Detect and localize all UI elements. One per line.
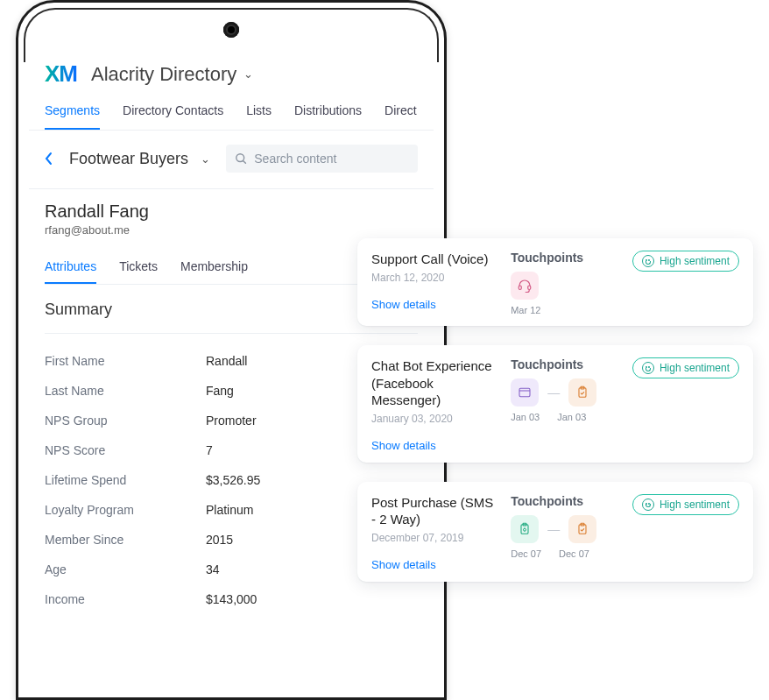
touchpoint-sub-date: Mar 12 — [511, 305, 540, 315]
attr-label: Last Name — [45, 384, 206, 398]
search-box[interactable] — [226, 145, 418, 173]
card-right: High sentiment — [632, 251, 739, 315]
attr-value: $143,000 — [206, 592, 257, 606]
svg-rect-2 — [519, 286, 521, 290]
tab-direct-overflow[interactable]: Direct — [384, 95, 417, 130]
contact-email: rfang@about.me — [45, 223, 418, 237]
show-details-link[interactable]: Show details — [371, 558, 497, 571]
sentiment-label: High sentiment — [660, 362, 730, 374]
show-details-link[interactable]: Show details — [371, 439, 497, 452]
segment-selector[interactable]: Footwear Buyers ⌄ — [69, 150, 210, 168]
svg-line-1 — [243, 161, 246, 164]
touchpoints-label: Touchpoints — [511, 494, 618, 508]
smile-icon — [642, 255, 654, 267]
touchpoint-icons: — — [511, 515, 618, 543]
attr-label: Member Since — [45, 533, 206, 547]
back-button[interactable] — [45, 152, 53, 166]
attr-value: Promoter — [206, 414, 257, 428]
smile-icon — [642, 498, 654, 511]
attr-label: Lifetime Spend — [45, 473, 206, 487]
touchpoint-sub-date: Jan 03 — [511, 412, 540, 422]
attr-value: Platinum — [206, 503, 253, 517]
segment-name-label: Footwear Buyers — [69, 150, 188, 168]
card-right: High sentiment — [632, 494, 739, 571]
camera-dot — [223, 22, 239, 38]
connector-line: — — [547, 522, 560, 536]
attr-value: 2015 — [206, 533, 233, 547]
card-left: Post Purchase (SMS - 2 Way) December 07,… — [371, 494, 497, 571]
touchpoint-icons: — — [511, 378, 618, 407]
attr-label: NPS Group — [45, 414, 206, 428]
attr-label: Income — [45, 592, 206, 606]
svg-rect-3 — [528, 286, 531, 290]
tab-distributions[interactable]: Distributions — [294, 95, 362, 130]
sentiment-badge: High sentiment — [632, 251, 739, 272]
touchpoint-sub-date: Dec 07 — [511, 548, 541, 559]
search-icon — [235, 152, 247, 166]
card-left: Support Call (Voice) March 12, 2020 Show… — [371, 251, 497, 315]
sub-tab-attributes[interactable]: Attributes — [45, 252, 96, 284]
chevron-down-icon: ⌄ — [243, 67, 253, 81]
touchpoint-card: Post Purchase (SMS - 2 Way) December 07,… — [357, 482, 753, 582]
sentiment-label: High sentiment — [660, 498, 730, 511]
search-input[interactable] — [254, 152, 409, 166]
smile-icon — [642, 362, 654, 374]
directory-selector[interactable]: Alacrity Directory ⌄ — [91, 63, 253, 86]
card-title: Chat Bot Experience (Facebook Messenger) — [371, 357, 497, 409]
clipboard-gear-icon — [511, 515, 539, 543]
sub-tab-membership[interactable]: Membership — [180, 252, 248, 284]
attr-value: 7 — [206, 443, 213, 457]
attr-label: Loyalty Program — [45, 503, 206, 517]
connector-line: — — [547, 385, 560, 399]
tab-lists[interactable]: Lists — [246, 95, 272, 130]
svg-rect-4 — [519, 388, 530, 396]
sentiment-badge: High sentiment — [632, 357, 739, 378]
touchpoint-icons — [511, 272, 618, 300]
contact-name: Randall Fang — [45, 202, 418, 222]
card-touchpoints: Touchpoints — Jan 03 Jan 03 — [511, 357, 618, 452]
show-details-link[interactable]: Show details — [371, 298, 497, 311]
clipboard-check-icon — [568, 515, 596, 543]
touchpoint-sub-date: Jan 03 — [557, 412, 586, 422]
directory-title: Alacrity Directory — [91, 63, 236, 86]
sentiment-badge: High sentiment — [632, 494, 739, 515]
card-title: Post Purchase (SMS - 2 Way) — [371, 494, 497, 528]
attr-value: 34 — [206, 562, 220, 576]
touchpoints-label: Touchpoints — [511, 357, 618, 371]
touchpoint-sub-date: Dec 07 — [559, 548, 589, 559]
touchpoint-card: Support Call (Voice) March 12, 2020 Show… — [357, 238, 753, 326]
svg-point-10 — [524, 528, 526, 531]
tab-segments[interactable]: Segments — [45, 95, 100, 130]
sub-tab-tickets[interactable]: Tickets — [119, 252, 158, 284]
headset-icon — [511, 272, 539, 300]
touchpoint-sub-dates: Jan 03 Jan 03 — [511, 412, 618, 422]
touchpoint-cards: Support Call (Voice) March 12, 2020 Show… — [357, 238, 753, 582]
card-touchpoints: Touchpoints — Dec 07 Dec 07 — [511, 494, 618, 571]
touchpoint-card: Chat Bot Experience (Facebook Messenger)… — [357, 345, 753, 463]
logo: XM — [45, 60, 77, 88]
touchpoint-sub-dates: Dec 07 Dec 07 — [511, 548, 618, 559]
attr-value: Fang — [206, 384, 234, 398]
touchpoints-label: Touchpoints — [511, 251, 618, 265]
card-right: High sentiment — [632, 357, 739, 452]
chevron-left-icon — [45, 152, 53, 166]
sentiment-label: High sentiment — [660, 255, 730, 267]
card-left: Chat Bot Experience (Facebook Messenger)… — [371, 357, 497, 452]
card-date: March 12, 2020 — [371, 272, 497, 284]
window-icon — [511, 378, 539, 407]
attr-row: Income $143,000 — [45, 584, 418, 614]
attr-label: First Name — [45, 354, 206, 368]
card-touchpoints: Touchpoints Mar 12 — [511, 251, 618, 315]
chevron-down-icon: ⌄ — [201, 152, 210, 166]
card-date: January 03, 2020 — [371, 413, 497, 425]
main-tabs: Segments Directory Contacts Lists Distri… — [29, 95, 434, 131]
tab-directory-contacts[interactable]: Directory Contacts — [123, 95, 223, 130]
touchpoint-sub-dates: Mar 12 — [511, 305, 618, 315]
attr-label: NPS Score — [45, 443, 206, 457]
app-header: XM Alacrity Directory ⌄ — [29, 45, 434, 95]
card-date: December 07, 2019 — [371, 532, 497, 544]
segment-row: Footwear Buyers ⌄ — [29, 131, 434, 189]
card-title: Support Call (Voice) — [371, 251, 497, 268]
attr-value: $3,526.95 — [206, 473, 260, 487]
clipboard-check-icon — [568, 378, 596, 407]
